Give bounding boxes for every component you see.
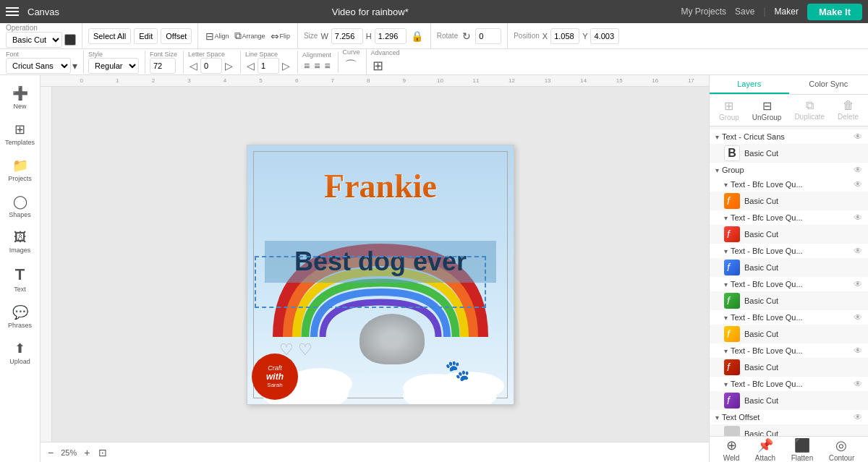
arrange-button[interactable]: ⧉Arrange bbox=[233, 28, 266, 43]
operation-color-swatch[interactable] bbox=[64, 34, 76, 46]
curve-button[interactable]: ⌒ bbox=[343, 56, 360, 76]
group-visibility-icon[interactable]: 👁 bbox=[854, 165, 862, 175]
letter-space-inc[interactable]: ▷ bbox=[224, 59, 234, 73]
bfc7-vis[interactable]: 👁 bbox=[854, 379, 862, 389]
bfc4-vis[interactable]: 👁 bbox=[854, 279, 862, 289]
visibility-icon[interactable]: 👁 bbox=[854, 132, 862, 142]
letter-space-dec[interactable]: ◁ bbox=[188, 59, 199, 73]
canvas-content[interactable]: Frankie Best dog ever bbox=[52, 87, 709, 462]
x-input[interactable] bbox=[550, 28, 579, 44]
cricut-sans-icon: B bbox=[724, 145, 740, 161]
align-center-icon[interactable]: ≡ bbox=[312, 59, 321, 73]
my-projects-link[interactable]: My Projects bbox=[681, 7, 726, 17]
make-it-button[interactable]: Make It bbox=[807, 4, 862, 20]
layer-item-bfc6[interactable]: f Basic Cut bbox=[710, 358, 868, 377]
hamburger-menu[interactable] bbox=[6, 7, 19, 16]
layer-item-bfc2[interactable]: f Basic Cut bbox=[710, 225, 868, 244]
height-input[interactable] bbox=[375, 28, 407, 44]
layer-bfc-1[interactable]: ▾ Text - Bfc Love Qu... 👁 bbox=[710, 177, 868, 192]
layer-item-bfc5[interactable]: f Basic Cut bbox=[710, 325, 868, 343]
line-space-inc[interactable]: ▷ bbox=[281, 59, 292, 73]
bfc3-icon: f bbox=[724, 260, 740, 275]
contour-button[interactable]: ◎ Contour bbox=[829, 437, 855, 462]
layer-item-text-offset[interactable]: Basic Cut bbox=[710, 424, 868, 436]
svg-text:f: f bbox=[727, 228, 731, 240]
layer-item-bfc4[interactable]: f Basic Cut bbox=[710, 291, 868, 310]
select-all-button[interactable]: Select All bbox=[88, 28, 131, 44]
letter-space-input[interactable] bbox=[200, 58, 222, 74]
rotate-input[interactable] bbox=[475, 28, 501, 44]
sidebar-item-phrases[interactable]: 💬 Phrases bbox=[2, 300, 38, 333]
layer-item-bfc3[interactable]: f Basic Cut bbox=[710, 258, 868, 277]
bfc2-vis[interactable]: 👁 bbox=[854, 213, 862, 223]
design-canvas[interactable]: Frankie Best dog ever bbox=[247, 145, 514, 405]
width-input[interactable] bbox=[331, 28, 363, 44]
advanced-button[interactable]: ⊞ bbox=[371, 56, 400, 75]
sidebar-item-upload[interactable]: ⬆ Upload bbox=[2, 336, 38, 369]
flatten-button[interactable]: ⬛ Flatten bbox=[791, 437, 814, 462]
flip-button[interactable]: ⇔Flip bbox=[269, 29, 292, 43]
sidebar-item-shapes[interactable]: ◯ Shapes bbox=[2, 189, 38, 223]
text-offset-vis[interactable]: 👁 bbox=[854, 412, 862, 422]
layer-group-header[interactable]: ▾ Group 👁 bbox=[710, 163, 868, 177]
zoom-out-button[interactable]: − bbox=[46, 445, 55, 460]
bfc5-vis[interactable]: 👁 bbox=[854, 312, 862, 322]
save-link[interactable]: Save bbox=[735, 7, 754, 17]
align-right-icon[interactable]: ≡ bbox=[323, 59, 331, 73]
bfc3-vis[interactable]: 👁 bbox=[854, 246, 862, 256]
font-size-input[interactable] bbox=[150, 58, 176, 74]
attach-button[interactable]: 📌 Attach bbox=[755, 437, 775, 462]
maker-button[interactable]: Maker bbox=[775, 7, 799, 17]
align-left-icon[interactable]: ≡ bbox=[302, 59, 311, 73]
document-title: Video for rainbow* bbox=[332, 7, 409, 17]
delete-button[interactable]: 🗑 Delete bbox=[835, 98, 861, 123]
layer-item-bfc7[interactable]: f Basic Cut bbox=[710, 391, 868, 410]
style-label: Style bbox=[88, 51, 139, 58]
edit-button[interactable]: Edit bbox=[134, 28, 158, 44]
y-input[interactable] bbox=[590, 28, 619, 44]
app-title: Canvas bbox=[27, 7, 59, 17]
bfc1-vis[interactable]: 👁 bbox=[854, 179, 862, 189]
align-button[interactable]: ⊟Align bbox=[204, 29, 230, 43]
font-dropdown-icon[interactable]: ▾ bbox=[72, 60, 77, 72]
layer-item-bfc1[interactable]: f Basic Cut bbox=[710, 192, 868, 210]
line-space-input[interactable] bbox=[258, 58, 279, 74]
style-select[interactable]: Regular bbox=[88, 58, 139, 74]
tab-color-sync[interactable]: Color Sync bbox=[789, 75, 869, 94]
bfc6-vis[interactable]: 👁 bbox=[854, 346, 862, 356]
rotate-icon[interactable]: ↻ bbox=[461, 29, 472, 43]
group-button[interactable]: ⊞ Group bbox=[716, 98, 742, 123]
sidebar-item-phrases-label: Phrases bbox=[8, 322, 32, 329]
line-space-dec[interactable]: ◁ bbox=[245, 59, 256, 73]
operation-select[interactable]: Basic Cut bbox=[6, 32, 62, 48]
layer-bfc-3[interactable]: ▾ Text - Bfc Love Qu... 👁 bbox=[710, 244, 868, 258]
flatten-icon: ⬛ bbox=[794, 437, 810, 453]
font-select[interactable]: Cricut Sans bbox=[6, 58, 71, 74]
lock-aspect-icon[interactable]: 🔒 bbox=[409, 29, 425, 43]
duplicate-button[interactable]: ⧉ Duplicate bbox=[791, 98, 827, 123]
sidebar-item-templates[interactable]: ⊞ Templates bbox=[2, 117, 38, 150]
sidebar-item-images[interactable]: 🖼 Images bbox=[2, 226, 38, 258]
layer-bfc-7[interactable]: ▾ Text - Bfc Love Qu... 👁 bbox=[710, 377, 868, 391]
offset-button[interactable]: Offset bbox=[161, 28, 192, 44]
layer-item-cricut-sans[interactable]: B Basic Cut bbox=[710, 144, 868, 163]
layer-cricut-sans[interactable]: ▾ Text - Cricut Sans 👁 bbox=[710, 129, 868, 144]
fit-page-icon[interactable]: ⊡ bbox=[97, 445, 109, 460]
text-icon: T bbox=[15, 265, 25, 284]
tab-layers[interactable]: Layers bbox=[710, 75, 789, 94]
zoom-in-button[interactable]: + bbox=[82, 445, 91, 460]
layer-text-offset[interactable]: ▾ Text Offset 👁 bbox=[710, 410, 868, 424]
sidebar-item-text[interactable]: T Text bbox=[2, 261, 38, 297]
layer-bfc-6[interactable]: ▾ Text - Bfc Love Qu... 👁 bbox=[710, 343, 868, 358]
bfc4-expand: ▾ bbox=[724, 281, 728, 288]
layer-bfc-4[interactable]: ▾ Text - Bfc Love Qu... 👁 bbox=[710, 277, 868, 291]
layer-bfc-5[interactable]: ▾ Text - Bfc Love Qu... 👁 bbox=[710, 310, 868, 325]
layer-bfc-2[interactable]: ▾ Text - Bfc Love Qu... 👁 bbox=[710, 210, 868, 225]
sidebar-item-projects[interactable]: 📁 Projects bbox=[2, 153, 38, 187]
bfc1-expand: ▾ bbox=[724, 181, 728, 189]
best-dog-overlay[interactable]: Best dog ever bbox=[265, 241, 496, 283]
flip-icon: ⇔ bbox=[271, 30, 279, 42]
weld-button[interactable]: ⊕ Weld bbox=[723, 437, 740, 462]
ungroup-button[interactable]: ⊟ UnGroup bbox=[749, 98, 785, 123]
sidebar-item-new[interactable]: ➕ New bbox=[2, 81, 38, 114]
